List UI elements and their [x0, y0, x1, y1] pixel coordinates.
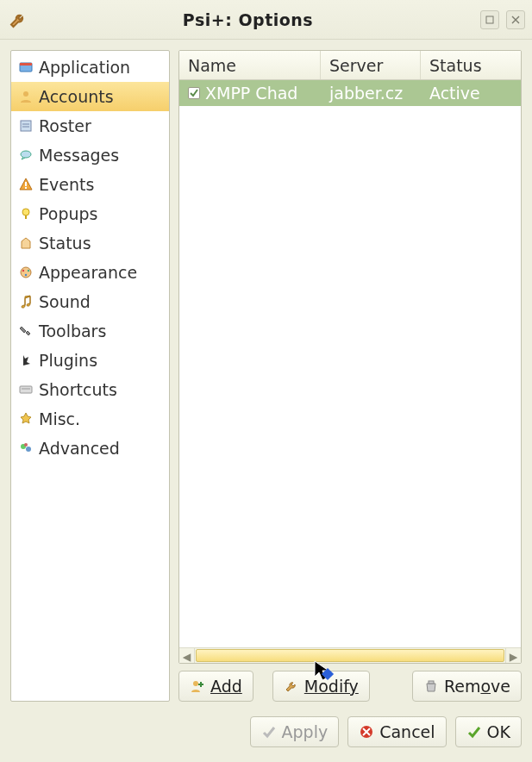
svg-point-15 [25, 274, 27, 276]
sidebar-item-appearance[interactable]: Appearance [11, 258, 169, 287]
sidebar-item-label: Advanced [39, 439, 120, 458]
account-server: jabber.cz [329, 84, 403, 103]
category-sidebar: Application Accounts Roster Messages Eve… [10, 50, 170, 702]
column-header-server[interactable]: Server [321, 51, 421, 79]
sidebar-item-messages[interactable]: Messages [11, 141, 169, 170]
window-title: Psi+: Options [16, 10, 480, 29]
account-status: Active [429, 84, 480, 103]
svg-point-7 [21, 151, 31, 158]
trash-icon [423, 678, 439, 694]
toolbars-icon [18, 323, 34, 339]
sidebar-item-status[interactable]: Status [11, 228, 169, 258]
column-header-name[interactable]: Name [179, 51, 321, 79]
scroll-right-icon[interactable]: ▸ [505, 648, 521, 663]
sidebar-item-label: Toolbars [39, 322, 106, 340]
accounts-pane: Name Server Status XMPP Chad jabber.cz A… [178, 50, 522, 702]
ok-check-icon [466, 724, 482, 740]
content-area: Application Accounts Roster Messages Eve… [0, 40, 532, 712]
svg-rect-8 [25, 182, 27, 186]
sidebar-item-popups[interactable]: Popups [11, 199, 169, 228]
plugins-icon [18, 353, 34, 368]
svg-point-19 [26, 447, 31, 452]
messages-icon [18, 147, 34, 163]
add-user-icon [190, 678, 205, 694]
sidebar-item-label: Application [39, 58, 130, 77]
svg-rect-0 [486, 16, 493, 23]
sidebar-item-shortcuts[interactable]: Shortcuts [11, 375, 169, 404]
close-button[interactable] [506, 10, 525, 29]
table-body: XMPP Chad jabber.cz Active [179, 80, 521, 647]
svg-point-3 [23, 91, 28, 97]
horizontal-scrollbar[interactable]: ◂ ▸ [179, 647, 521, 663]
button-label: OK [487, 722, 510, 741]
accounts-icon [18, 89, 34, 104]
svg-rect-16 [20, 386, 32, 393]
sidebar-item-label: Shortcuts [39, 380, 117, 399]
sidebar-item-misc[interactable]: Misc. [11, 404, 169, 434]
appearance-icon [18, 265, 34, 280]
sidebar-item-label: Plugins [39, 351, 97, 370]
modify-button[interactable]: Modify [272, 671, 370, 702]
wrench-icon [284, 678, 299, 694]
sidebar-item-label: Appearance [39, 263, 137, 282]
add-button[interactable]: Add [178, 671, 253, 702]
account-enabled-checkbox[interactable] [188, 87, 200, 99]
accounts-table: Name Server Status XMPP Chad jabber.cz A… [178, 50, 522, 664]
ok-button[interactable]: OK [455, 716, 522, 747]
cancel-button[interactable]: Cancel [347, 716, 446, 747]
button-label: Add [210, 677, 242, 696]
account-actions: Add Modify Remove [178, 671, 522, 702]
scroll-left-icon[interactable]: ◂ [179, 648, 195, 663]
svg-point-14 [28, 270, 29, 272]
misc-icon [18, 411, 34, 427]
sidebar-item-label: Accounts [39, 87, 114, 106]
svg-rect-22 [429, 681, 434, 684]
shortcuts-icon [18, 382, 34, 397]
sidebar-item-plugins[interactable]: Plugins [11, 346, 169, 375]
sidebar-item-advanced[interactable]: Advanced [11, 434, 169, 463]
sidebar-item-label: Popups [39, 204, 97, 223]
sound-icon [18, 294, 34, 309]
sidebar-item-sound[interactable]: Sound [11, 287, 169, 316]
sidebar-item-label: Sound [39, 292, 91, 311]
account-name: XMPP Chad [205, 84, 297, 103]
dialog-buttons: Apply Cancel OK [0, 712, 532, 762]
svg-point-13 [22, 270, 24, 272]
column-header-status[interactable]: Status [421, 51, 521, 79]
apply-button[interactable]: Apply [250, 716, 340, 747]
sidebar-item-label: Roster [39, 116, 91, 135]
remove-button[interactable]: Remove [412, 671, 522, 702]
roster-icon [18, 118, 34, 134]
button-label: Modify [304, 677, 359, 696]
svg-point-21 [193, 681, 198, 686]
check-icon [261, 724, 277, 740]
advanced-icon [18, 440, 34, 456]
cancel-icon [359, 724, 374, 740]
button-label: Remove [444, 677, 510, 696]
table-row[interactable]: XMPP Chad jabber.cz Active [179, 80, 521, 106]
status-icon [18, 235, 34, 251]
svg-point-12 [21, 267, 31, 278]
sidebar-item-label: Messages [39, 146, 119, 165]
sidebar-item-label: Events [39, 175, 94, 194]
svg-rect-2 [20, 63, 32, 66]
sidebar-item-toolbars[interactable]: Toolbars [11, 316, 169, 346]
scroll-thumb[interactable] [196, 649, 504, 662]
maximize-button[interactable] [480, 10, 499, 29]
sidebar-item-events[interactable]: Events [11, 170, 169, 199]
button-label: Cancel [379, 722, 435, 741]
sidebar-item-application[interactable]: Application [11, 53, 169, 82]
application-icon [18, 59, 34, 75]
svg-point-20 [24, 443, 28, 447]
svg-rect-4 [21, 121, 31, 131]
sidebar-item-label: Status [39, 234, 91, 253]
sidebar-item-label: Misc. [39, 409, 80, 428]
button-label: Apply [282, 722, 329, 741]
sidebar-item-roster[interactable]: Roster [11, 111, 169, 141]
svg-rect-9 [25, 187, 27, 189]
events-icon [18, 177, 34, 192]
popups-icon [18, 206, 34, 222]
title-bar: Psi+: Options [0, 0, 532, 40]
table-header: Name Server Status [179, 51, 521, 80]
sidebar-item-accounts[interactable]: Accounts [11, 82, 169, 111]
